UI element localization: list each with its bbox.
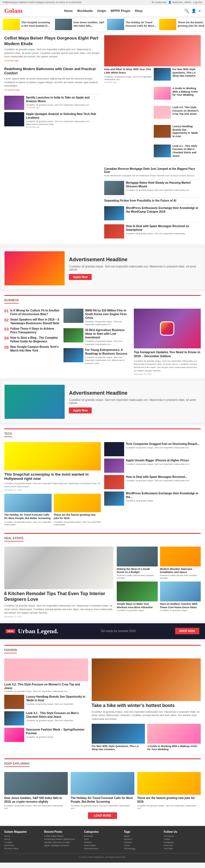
nav-origin[interactable]: Origin — [97, 9, 106, 12]
business-right[interactable]: Top Instagram Updates You Need to Know i… — [134, 309, 201, 375]
footer-link[interactable]: Business — [84, 835, 121, 837]
spam-content: How to Deal with Spam Messages Received … — [126, 224, 201, 239]
footer-link[interactable]: Fashion — [84, 841, 121, 844]
biz-list-4[interactable]: 04 How to Start a Blog - The Complete Fe… — [4, 336, 60, 343]
apple-article[interactable]: Apple Upstages Amazon in Selecting New T… — [4, 112, 101, 128]
ad1-button[interactable]: Apply Now — [69, 274, 92, 280]
winter-boots-article[interactable]: Take a hike with winter's hottest boots … — [92, 658, 201, 721]
fashion-color-strip — [4, 645, 201, 646]
side-article-5[interactable]: Look 4.1 - This Style Focuses on Men's C… — [154, 145, 201, 160]
look42-article[interactable]: Look 4.2: This Style Focuses on Women's … — [4, 658, 88, 692]
footer-bottom: © 2019 Golam Magazine. All Rights Reserv… — [4, 853, 201, 858]
load-more-button[interactable]: LOAD MORE — [88, 812, 117, 819]
user-icon[interactable]: 👤 — [191, 8, 196, 13]
biz-list-1[interactable]: 01 Is It Wrong for Culture Fit to Anothe… — [4, 309, 60, 316]
wordpress-article[interactable]: WordPress Enthusiasts Exchange their Kno… — [104, 206, 201, 220]
biz-list-3[interactable]: 03 Follow These 4 Steps to Achieve Price… — [4, 327, 60, 334]
redefining-title: Redefining Modern Bathrooms with Clever … — [4, 67, 101, 76]
nav-home[interactable]: Home — [64, 9, 73, 12]
admin-link[interactable]: 👤 Welcome, Admin — [168, 1, 191, 4]
footer-link[interactable]: Spotify Launches in India — [44, 841, 81, 844]
redefining-article[interactable]: Redefining Modern Bathrooms with Clever … — [4, 67, 101, 91]
fiction-article[interactable]: Separating Fiction from Possibility in t… — [104, 199, 201, 202]
footer-link[interactable]: About — [4, 838, 41, 840]
footer-link[interactable]: Travel — [124, 844, 161, 847]
main-article[interactable]: Cellist Maya Beiser Plays Gorgeous Eight… — [4, 35, 101, 62]
footer-link[interactable]: Advertise — [4, 844, 41, 847]
side-article-2[interactable]: A Guide to Working With a Makeup Artist … — [154, 87, 201, 102]
vancouver-article[interactable]: Vancouver Fashion Week – Spring/Summer P… — [4, 728, 88, 742]
mortgage-article[interactable]: Mortgage Rates Hold Steady as Housing Ma… — [104, 181, 201, 195]
nav-shop[interactable]: Shop — [135, 9, 143, 12]
spam-article[interactable]: How to Deal with Spam Messages Received … — [104, 224, 201, 239]
luxury-handbag-article[interactable]: Luxury Handbag Brands See Opportunity in… — [4, 695, 88, 709]
urban-shop-button[interactable]: SHOP NOW — [175, 628, 199, 634]
footer-link[interactable]: Entertainment — [84, 847, 121, 850]
tech-breach-article[interactable]: Tech Companies Dragged Feet on Disclosin… — [104, 442, 201, 456]
explore-article-3[interactable]: These are the fastest growing new jobs f… — [137, 772, 201, 809]
look41-article[interactable]: Look 4.1 - This Style Focuses on Men's C… — [4, 711, 88, 725]
explore-color-strip — [4, 758, 201, 759]
featured-item[interactable]: The Holiday Air Travel Forecast Calls fo… — [107, 19, 157, 30]
footer-pinterest[interactable]: Pinterest — [164, 844, 201, 847]
footer-link[interactable]: Privacy Policy — [4, 847, 41, 850]
footer-col-3: Categories Business Tech Fashion Real Es… — [84, 830, 121, 850]
logout-link[interactable]: Log Out — [193, 1, 202, 4]
canadian-article[interactable]: Canadian Reverse Mortgage Debt Just Jump… — [104, 167, 201, 177]
spam2-article[interactable]: How to Deal with Spam Messages Received.… — [104, 475, 201, 489]
customize-link[interactable]: ⚙ Customize — [152, 1, 166, 4]
makeup-artist-article2[interactable]: A Guide to Working With a Makeup Artist … — [147, 724, 201, 751]
menu-icon[interactable]: ≡ — [199, 8, 201, 13]
footer-twitter[interactable]: Twitter — [164, 838, 201, 840]
footer-link[interactable]: Amazon — [124, 838, 161, 840]
explore-article-1[interactable]: Dow Jones tumbles, S&P 500 index falls t… — [4, 772, 68, 809]
footer-link[interactable]: Cellist Maya Beiser — [44, 835, 81, 837]
iphone-article[interactable]: Apple Unveils Bigger iPhones at Higher P… — [104, 459, 201, 473]
fastest-growing-article[interactable]: These are the fastest growing new jobs f… — [54, 494, 101, 526]
bmw-article[interactable]: BMW Hit by $10 Million Fine in South Kor… — [63, 309, 130, 326]
footer-instagram[interactable]: Instagram — [164, 841, 201, 844]
entrepreneur-article[interactable]: For Young Entrepreneurs, A Roadmap to Bu… — [63, 348, 130, 365]
footer-link[interactable]: Home — [4, 835, 41, 837]
tech-breach-content: Tech Companies Dragged Feet on Disclosin… — [126, 442, 200, 456]
nav-plugin[interactable]: WPPR Plugin — [110, 9, 130, 12]
footer-link[interactable]: Real Estate — [84, 844, 121, 847]
biz-list-5[interactable]: 05 New Google Campus Boosts Tech's March… — [4, 345, 60, 352]
snapchat-article[interactable]: This Snapchat screenplay is the most wan… — [4, 442, 101, 491]
footer-facebook[interactable]: Facebook — [164, 835, 201, 837]
footer-link[interactable]: Redefining Modern Bathrooms — [44, 838, 81, 840]
men-style-article[interactable]: For Men With Style Questions, This LA Sh… — [92, 724, 145, 751]
staircase-article[interactable]: Modern Wooden Staircase – Installation a… — [160, 547, 201, 579]
side-article-4[interactable]: Luxury Handbag Brands See Opportunity in… — [154, 125, 201, 141]
footer-youtube[interactable]: YouTube — [164, 847, 201, 850]
summer-article[interactable]: Have an Endless Summer With These Cool H… — [160, 582, 201, 612]
featured-item[interactable]: These are the fastest growing jobs for 2… — [159, 19, 205, 30]
spotify-article[interactable]: Spotify Launches in India to Take on App… — [4, 96, 101, 110]
realestate-section-title: Real Estate — [4, 537, 24, 541]
footer-link[interactable]: Tech — [84, 838, 121, 840]
look42-title: Look 4.2: This Style Focuses on Women's … — [4, 683, 88, 690]
fashion-large-article[interactable]: How and What To Wear With Your Chic Litt… — [104, 35, 201, 163]
featured-item[interactable]: This hospital screening is the most want… — [3, 19, 53, 30]
wordpress2-article[interactable]: WordPress Enthusiasts Exchange their Kno… — [104, 492, 201, 506]
apple-thumb — [4, 112, 24, 126]
side-article-1[interactable]: For Men With Style Questions, This LA Sh… — [154, 68, 201, 83]
search-icon[interactable]: 🔍 — [184, 8, 189, 13]
footer-link[interactable]: Technology — [124, 847, 161, 850]
featured-item[interactable]: Dow Jones tumbles, S&P 500 index falls..… — [55, 19, 105, 30]
workout-article[interactable]: Simple Ways to Make Your Workout Area Mo… — [117, 582, 157, 612]
footer-link[interactable]: Fashion — [124, 841, 161, 844]
holiday-travel-article[interactable]: The Holiday Air Travel Forecast Calls fo… — [4, 494, 52, 526]
footer-link[interactable]: Contact — [4, 841, 41, 844]
logo[interactable]: Golam — [4, 7, 23, 14]
agriculture-article[interactable]: 20 Best Agriculture Business Ideas to St… — [63, 328, 130, 346]
ad2-button[interactable]: Apply Now — [69, 407, 92, 413]
explore-article-2[interactable]: The Holiday Air Travel Forecast Calls fo… — [71, 772, 134, 809]
side-article-3[interactable]: Look 4.2: This Style Focuses on Women's … — [154, 106, 201, 121]
biz-list-2[interactable]: 02 Smart Speakers will Rise in 2019 – 5 … — [4, 318, 60, 325]
nav-worldwide[interactable]: Worldwide — [77, 9, 93, 12]
footer-link[interactable]: Apple Upstages Amazon — [44, 844, 81, 847]
smallroom-article[interactable]: Making the Most of a Small Room on a Bud… — [117, 547, 157, 579]
footer-link[interactable]: Apple — [124, 835, 161, 837]
kitchen-article[interactable]: 6 Kitchen Remodel Tips That Even Top Int… — [4, 547, 113, 618]
